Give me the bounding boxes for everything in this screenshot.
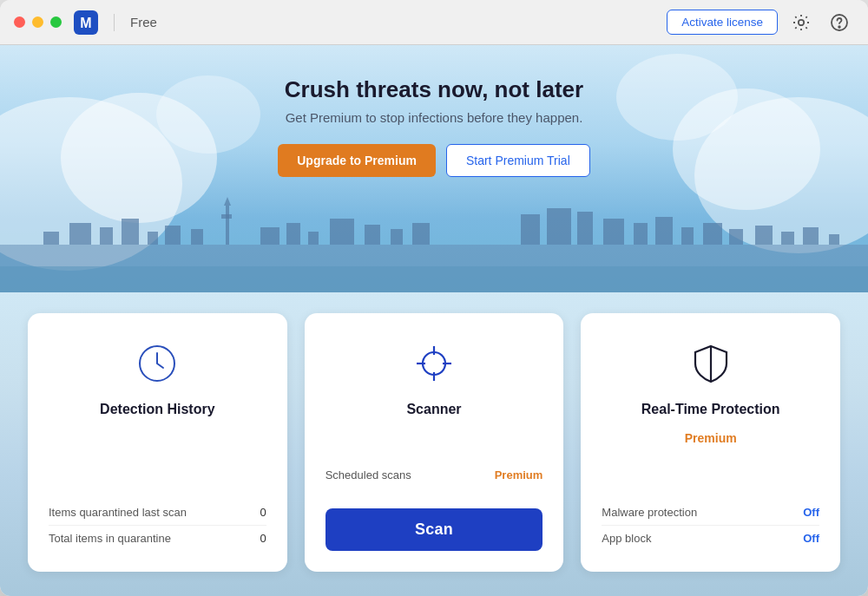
- svg-rect-26: [365, 225, 380, 245]
- detection-history-stats: Items quarantined last scan 0 Total item…: [49, 500, 266, 551]
- hero-buttons: Upgrade to Premium Start Premium Trial: [17, 144, 851, 177]
- svg-rect-30: [547, 208, 571, 245]
- hero-subtitle: Get Premium to stop infections before th…: [17, 110, 851, 125]
- help-icon: [830, 13, 849, 32]
- minimize-button[interactable]: [32, 16, 43, 28]
- svg-rect-21: [221, 214, 232, 219]
- svg-rect-38: [755, 226, 773, 245]
- svg-rect-11: [0, 245, 868, 292]
- stat-label: Total items in quarantine: [49, 532, 171, 545]
- help-button[interactable]: [825, 8, 854, 37]
- realtime-protection-title: Real-Time Protection: [641, 402, 780, 417]
- svg-marker-20: [224, 197, 231, 206]
- settings-button[interactable]: [786, 8, 816, 37]
- svg-rect-25: [330, 219, 354, 245]
- svg-rect-24: [308, 232, 319, 245]
- appblock-label: App block: [602, 532, 651, 545]
- svg-rect-41: [829, 234, 839, 245]
- appblock-status: Off: [803, 532, 819, 545]
- svg-rect-16: [148, 232, 158, 245]
- scanner-card: Scanner Scheduled scans Premium Scan: [305, 313, 564, 572]
- scheduled-scans-badge: Premium: [495, 468, 543, 481]
- svg-rect-34: [655, 217, 673, 245]
- detection-history-card: Detection History Items quarantined last…: [28, 313, 287, 572]
- activate-license-button[interactable]: Activate license: [667, 10, 778, 35]
- svg-rect-39: [781, 232, 794, 245]
- svg-rect-28: [412, 223, 430, 245]
- svg-rect-17: [165, 226, 181, 245]
- scanner-title: Scanner: [406, 402, 461, 417]
- svg-rect-12: [43, 232, 59, 245]
- stat-row: Items quarantined last scan 0: [49, 500, 266, 526]
- app-window: M Free Activate license: [0, 0, 868, 596]
- svg-rect-36: [703, 223, 722, 245]
- close-button[interactable]: [14, 16, 25, 28]
- app-logo: M Free: [74, 10, 157, 35]
- detection-history-title: Detection History: [100, 402, 214, 417]
- svg-rect-15: [122, 219, 139, 245]
- stat-row: Total items in quarantine 0: [49, 526, 266, 551]
- scan-button[interactable]: Scan: [326, 508, 543, 551]
- titlebar: M Free Activate license: [0, 0, 868, 45]
- crosshair-icon-container: [408, 337, 460, 390]
- svg-rect-31: [577, 212, 593, 245]
- app-tier-label: Free: [130, 15, 157, 29]
- svg-rect-32: [603, 219, 624, 245]
- realtime-stats: Malware protection Off App block Off: [602, 500, 819, 551]
- premium-badge: Premium: [685, 431, 737, 445]
- hero-content: Crush threats now, not later Get Premium…: [17, 76, 851, 177]
- titlebar-actions: Activate license: [667, 8, 854, 37]
- hero-banner: Crush threats now, not later Get Premium…: [0, 45, 868, 292]
- logo-divider: [114, 14, 115, 31]
- svg-text:M: M: [80, 16, 91, 30]
- app-logo-icon: M: [74, 10, 98, 35]
- scheduled-scans-row: Scheduled scans Premium: [326, 462, 543, 488]
- svg-rect-29: [521, 214, 540, 245]
- svg-rect-27: [391, 229, 403, 245]
- scanner-stats: Scheduled scans Premium: [326, 462, 543, 488]
- svg-rect-18: [191, 229, 203, 245]
- shield-icon: [688, 341, 733, 386]
- upgrade-premium-button[interactable]: Upgrade to Premium: [278, 144, 436, 177]
- svg-rect-37: [729, 229, 743, 245]
- svg-rect-33: [634, 223, 648, 245]
- malware-status: Off: [803, 506, 819, 519]
- realtime-protection-card: Real-Time Protection Premium Malware pro…: [581, 313, 840, 572]
- svg-rect-13: [69, 223, 91, 245]
- svg-rect-22: [260, 227, 279, 245]
- crosshair-icon: [411, 341, 457, 386]
- gear-icon: [792, 13, 811, 32]
- shield-icon-container: [685, 337, 737, 390]
- svg-rect-35: [681, 227, 694, 245]
- scheduled-scans-label: Scheduled scans: [326, 468, 411, 481]
- maximize-button[interactable]: [50, 16, 62, 28]
- svg-point-4: [838, 26, 840, 28]
- clock-icon-container: [131, 337, 183, 390]
- clock-icon: [135, 341, 180, 386]
- app-block-row: App block Off: [602, 526, 819, 551]
- malware-label: Malware protection: [602, 506, 697, 519]
- svg-rect-14: [100, 227, 113, 245]
- main-content: Detection History Items quarantined last…: [0, 292, 868, 596]
- svg-point-2: [799, 19, 804, 24]
- svg-rect-42: [0, 266, 868, 292]
- malware-protection-row: Malware protection Off: [602, 500, 819, 526]
- svg-rect-23: [286, 223, 300, 245]
- start-trial-button[interactable]: Start Premium Trial: [446, 144, 590, 177]
- stat-value: 0: [260, 532, 266, 545]
- stat-label: Items quarantined last scan: [49, 506, 187, 519]
- svg-rect-40: [803, 227, 819, 245]
- hero-title: Crush threats now, not later: [17, 76, 851, 103]
- window-controls: [14, 16, 62, 28]
- svg-rect-19: [226, 206, 229, 245]
- svg-point-44: [423, 352, 445, 375]
- stat-value: 0: [260, 506, 266, 519]
